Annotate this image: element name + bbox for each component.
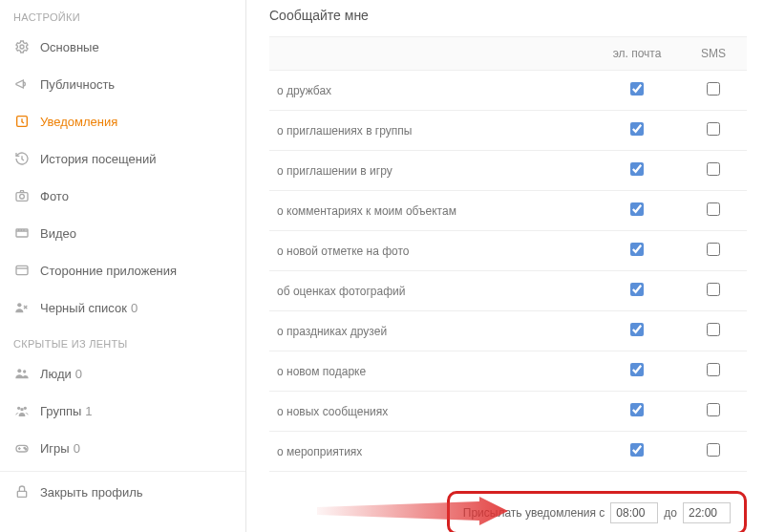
sidebar-item-label: История посещений — [40, 152, 157, 166]
sidebar-item-hidden-0[interactable]: Люди0 — [0, 355, 245, 393]
sms-checkbox[interactable] — [707, 363, 720, 376]
time-range-section: Присылать уведомления с до — [269, 491, 747, 532]
cell-email — [594, 151, 680, 191]
megaphone-icon — [13, 75, 31, 93]
row-label: о комментариях к моим объектам — [269, 191, 594, 231]
notifications-table: эл. почта SMS о дружбахо приглашениях в … — [269, 36, 747, 472]
camera-icon — [13, 187, 31, 204]
svg-point-6 — [17, 303, 21, 307]
email-checkbox[interactable] — [630, 363, 644, 376]
time-to-input[interactable] — [683, 502, 731, 523]
sidebar-item-label: Группы — [40, 404, 81, 418]
games-icon — [13, 439, 31, 457]
sidebar-item-settings-4[interactable]: Фото — [0, 178, 245, 215]
sidebar-item-hidden-1[interactable]: Группы1 — [0, 393, 245, 430]
sidebar-item-count: 0 — [75, 367, 82, 381]
email-checkbox[interactable] — [630, 162, 644, 176]
cell-email — [594, 191, 680, 231]
time-from-input[interactable] — [610, 502, 658, 523]
sms-checkbox[interactable] — [707, 283, 720, 296]
sidebar-item-settings-1[interactable]: Публичность — [0, 66, 245, 103]
cell-email — [594, 392, 680, 432]
svg-point-10 — [24, 407, 27, 410]
cell-sms — [680, 231, 747, 271]
email-checkbox[interactable] — [630, 202, 644, 216]
sms-checkbox[interactable] — [707, 403, 720, 416]
table-row: о новом подарке — [269, 351, 747, 392]
cell-sms — [680, 351, 747, 392]
cell-email — [594, 71, 680, 111]
svg-point-0 — [20, 45, 24, 49]
col-label — [269, 37, 594, 71]
sms-checkbox[interactable] — [707, 162, 720, 176]
email-checkbox[interactable] — [630, 82, 644, 96]
sidebar-item-label: Публичность — [40, 77, 115, 92]
email-checkbox[interactable] — [630, 243, 644, 256]
email-checkbox[interactable] — [630, 403, 644, 416]
sidebar-item-label: Черный список — [40, 301, 127, 315]
cell-sms — [680, 151, 747, 191]
sidebar-item-settings-3[interactable]: История посещений — [0, 140, 245, 178]
row-label: о дружбах — [269, 71, 594, 111]
svg-point-7 — [17, 369, 21, 372]
table-row: о дружбах — [269, 71, 747, 111]
table-row: о комментариях к моим объектам — [269, 191, 747, 231]
lock-icon — [13, 483, 31, 500]
sms-checkbox[interactable] — [707, 82, 720, 96]
table-row: о приглашениях в группы — [269, 111, 747, 151]
sms-checkbox[interactable] — [707, 323, 720, 336]
svg-point-8 — [23, 370, 26, 372]
row-label: о мероприятиях — [269, 432, 594, 472]
blacklist-icon — [13, 299, 31, 316]
notification-icon — [13, 113, 31, 130]
table-row: о праздниках друзей — [269, 311, 747, 351]
cell-sms — [680, 271, 747, 311]
email-checkbox[interactable] — [630, 122, 644, 136]
cell-sms — [680, 311, 747, 351]
sidebar-item-label: Фото — [40, 189, 69, 203]
cell-email — [594, 111, 680, 151]
cell-email — [594, 231, 680, 271]
apps-icon — [13, 262, 31, 279]
sidebar-item-hidden-2[interactable]: Игры0 — [0, 430, 245, 467]
sidebar-item-settings-2[interactable]: Уведомления — [0, 103, 245, 140]
highlight-arrow-icon — [317, 497, 508, 525]
sidebar-item-settings-7[interactable]: Черный список0 — [0, 289, 245, 327]
sidebar-item-lock-profile[interactable]: Закрыть профиль — [0, 471, 245, 511]
sms-checkbox[interactable] — [707, 122, 720, 136]
cell-email — [594, 271, 680, 311]
row-label: о приглашениях в группы — [269, 111, 594, 151]
sidebar-item-label: Люди — [40, 367, 72, 381]
sidebar-item-count: 0 — [74, 441, 80, 456]
svg-point-9 — [17, 407, 20, 410]
row-label: о приглашении в игру — [269, 151, 594, 191]
history-icon — [13, 150, 31, 167]
row-label: об оценках фотографий — [269, 271, 594, 311]
table-row: о новых сообщениях — [269, 392, 747, 432]
svg-point-11 — [20, 408, 23, 411]
cell-sms — [680, 432, 747, 472]
groups-icon — [13, 402, 31, 419]
sidebar: НАСТРОЙКИ ОсновныеПубличностьУведомления… — [0, 0, 246, 532]
col-email: эл. почта — [594, 37, 680, 71]
sidebar-item-settings-0[interactable]: Основные — [0, 29, 245, 66]
sidebar-item-settings-6[interactable]: Сторонние приложения — [0, 252, 245, 289]
svg-point-3 — [20, 194, 25, 199]
gear-icon — [13, 38, 31, 55]
sms-checkbox[interactable] — [707, 243, 720, 256]
email-checkbox[interactable] — [630, 323, 644, 336]
sidebar-item-settings-5[interactable]: Видео — [0, 215, 245, 252]
email-checkbox[interactable] — [630, 443, 644, 457]
col-sms: SMS — [680, 37, 747, 71]
row-label: о праздниках друзей — [269, 311, 594, 351]
row-label: о новом подарке — [269, 351, 594, 392]
sidebar-item-label: Закрыть профиль — [40, 485, 143, 500]
table-row: о приглашении в игру — [269, 151, 747, 191]
cell-sms — [680, 191, 747, 231]
table-row: об оценках фотографий — [269, 271, 747, 311]
email-checkbox[interactable] — [630, 283, 644, 296]
sms-checkbox[interactable] — [707, 443, 720, 457]
svg-point-14 — [25, 449, 26, 450]
svg-rect-5 — [16, 266, 28, 274]
sms-checkbox[interactable] — [707, 202, 720, 216]
